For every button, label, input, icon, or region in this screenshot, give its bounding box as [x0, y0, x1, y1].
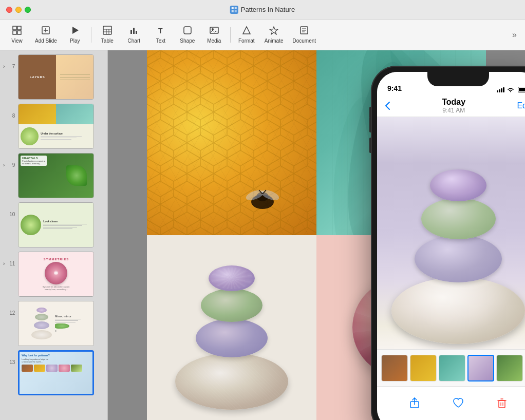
heart-icon	[453, 397, 464, 409]
chart-label: Chart	[128, 38, 140, 44]
format-label: Format	[238, 38, 255, 44]
traffic-lights	[6, 7, 31, 13]
slide-cell-bottom-left	[147, 235, 316, 420]
ios-time: 9:41	[387, 84, 402, 92]
ios-main-photo	[377, 117, 525, 349]
document-label: Document	[293, 38, 316, 44]
title-bar: Patterns In Nature	[0, 0, 525, 20]
svg-rect-6	[13, 31, 16, 34]
toolbar-text[interactable]: T Text	[148, 24, 174, 46]
slide-number-10: 10	[8, 212, 15, 217]
slide-thumbnail-12[interactable]: Mirror, mirror ✱	[18, 301, 94, 346]
toolbar-add-slide[interactable]: Add Slide	[31, 24, 61, 46]
minimize-button[interactable]	[15, 7, 22, 13]
toolbar-table[interactable]: Table	[95, 24, 120, 46]
chart-icon	[129, 26, 139, 36]
slide-number-7: 7	[8, 64, 15, 69]
view-label: View	[11, 38, 23, 44]
shape-label: Shape	[180, 38, 195, 44]
svg-rect-18	[133, 28, 135, 34]
svg-rect-5	[17, 26, 21, 30]
svg-marker-24	[243, 27, 250, 34]
expand-toolbar-button[interactable]: »	[508, 28, 521, 42]
svg-rect-3	[235, 10, 237, 12]
battery-fill	[519, 88, 525, 91]
ios-like-button[interactable]	[453, 397, 464, 409]
text-icon: T	[156, 26, 165, 36]
slide-thumbnail-11[interactable]: SYMMETRIES ✱ Symmetries abound in nature…	[18, 252, 94, 297]
iphone-silent-switch	[369, 107, 371, 118]
slide-thumbnail-7[interactable]: LAYERS	[18, 54, 94, 100]
toolbar-separator-2	[230, 27, 231, 43]
ios-thumb-1[interactable]	[381, 355, 408, 381]
battery-icon	[518, 87, 525, 92]
cellular-signal-icon	[497, 87, 504, 92]
maximize-button[interactable]	[25, 7, 31, 13]
slide-number-8: 8	[8, 113, 15, 119]
ios-nav-subtitle: 9:41 AM	[442, 107, 465, 114]
toolbar-animate[interactable]: Animate	[260, 24, 288, 46]
slide-number-11: 11	[8, 261, 15, 266]
ios-edit-button[interactable]: Edit	[517, 101, 525, 110]
svg-rect-22	[210, 27, 218, 33]
iphone-notch	[427, 72, 489, 86]
svg-rect-17	[130, 30, 132, 34]
ios-status-icons	[497, 87, 525, 92]
ios-share-button[interactable]	[409, 397, 420, 409]
slide-group-11: › 11 SYMMETRIES ✱ Symmetries abound in n…	[0, 250, 107, 299]
slide-thumbnail-8[interactable]: Under the surface	[18, 104, 94, 149]
slide-thumbnail-13[interactable]: Why look for patterns? Looking for patte…	[18, 350, 94, 395]
play-icon	[70, 26, 80, 36]
text-label: Text	[156, 38, 165, 44]
slide-group-12: › 12 Mirror, mirror	[0, 299, 107, 348]
svg-rect-2	[232, 10, 234, 12]
toolbar-view[interactable]: View	[4, 24, 30, 46]
close-button[interactable]	[6, 7, 12, 13]
toolbar-format[interactable]: Format	[234, 24, 259, 46]
ios-back-button[interactable]	[385, 102, 390, 110]
ios-thumb-5[interactable]	[496, 355, 523, 381]
ios-delete-button[interactable]	[496, 397, 508, 409]
svg-rect-7	[17, 31, 21, 34]
media-icon	[210, 26, 219, 36]
ios-thumb-2[interactable]	[410, 355, 437, 381]
ios-nav-title-text: Today	[442, 98, 465, 107]
slide-group-9: › 9 FRACTALS Fractal patterns repeat ata…	[0, 151, 107, 200]
toolbar-media[interactable]: Media	[201, 24, 227, 46]
slide-thumbnail-10[interactable]: Look closer	[18, 202, 94, 247]
slides-sidebar: › 7 LAYERS › 8	[0, 50, 108, 420]
slide-thumbnail-9[interactable]: FRACTALS Fractal patterns repeat atall s…	[18, 153, 94, 198]
toolbar-shape[interactable]: Shape	[175, 24, 200, 46]
urchin-stack-image	[147, 235, 316, 420]
iphone-volume-down	[369, 138, 371, 153]
iphone-screen: 9:41	[377, 72, 525, 420]
toolbar: View Add Slide Play Table Chart T Text	[0, 20, 525, 50]
window-title: Patterns In Nature	[230, 6, 295, 14]
ios-thumb-3[interactable]	[439, 355, 465, 381]
ios-nav-title: Today 9:41 AM	[442, 98, 465, 114]
share-icon	[409, 397, 420, 409]
media-label: Media	[207, 38, 221, 44]
shape-icon	[183, 26, 192, 36]
honeycomb-image	[147, 50, 316, 235]
ios-thumb-4[interactable]	[467, 355, 494, 381]
toolbar-play[interactable]: Play	[62, 24, 88, 46]
add-slide-label: Add Slide	[35, 38, 57, 44]
svg-rect-45	[499, 400, 505, 408]
animate-label: Animate	[265, 38, 284, 44]
toolbar-chart[interactable]: Chart	[121, 24, 147, 46]
svg-text:T: T	[158, 27, 163, 35]
iphone-device: 9:41	[371, 66, 525, 420]
table-label: Table	[101, 38, 114, 44]
group-arrow-9: ›	[3, 162, 5, 168]
svg-rect-0	[232, 7, 234, 9]
group-arrow-11: ›	[3, 261, 5, 266]
toolbar-separator-1	[91, 27, 91, 43]
trash-icon	[496, 397, 508, 409]
toolbar-document[interactable]: Document	[289, 24, 321, 46]
slide-group-13: › 13 Why look for patterns? Looking for …	[0, 348, 107, 397]
svg-rect-1	[235, 7, 237, 9]
animate-icon	[269, 26, 278, 36]
slide-group-10: › 10 Look closer	[0, 200, 107, 250]
ios-image-view	[377, 117, 525, 349]
